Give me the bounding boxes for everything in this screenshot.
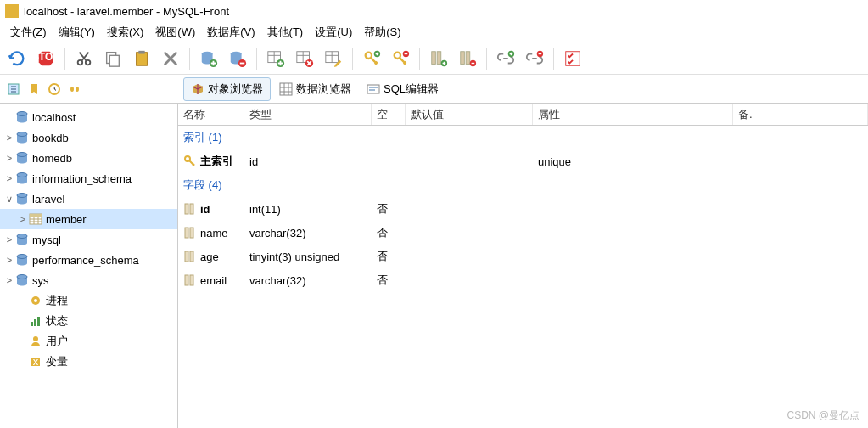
footprint-icon[interactable] [66, 81, 83, 98]
header-type[interactable]: 类型 [244, 104, 372, 125]
twister-icon[interactable]: > [3, 153, 15, 163]
header-name[interactable]: 名称 [178, 104, 244, 125]
field-row[interactable]: email varchar(32) 否 [178, 268, 868, 292]
menu-bar: 文件(Z) 编辑(Y) 搜索(X) 视图(W) 数据库(V) 其他(T) 设置(… [0, 22, 868, 42]
header-remark[interactable]: 备. [733, 104, 868, 125]
tree-node[interactable]: > bookdb [0, 127, 177, 148]
index-section[interactable]: 索引 (1) [178, 127, 227, 149]
twister-icon[interactable]: > [3, 275, 15, 285]
table-add-icon[interactable] [264, 47, 288, 70]
grid-header: 名称 类型 空 默认值 属性 备. [178, 104, 868, 126]
twister-icon[interactable]: > [3, 173, 15, 183]
db-add-icon[interactable] [197, 47, 221, 70]
tree-node[interactable]: 状态 [0, 311, 177, 331]
grid-icon [279, 82, 293, 96]
database-tree[interactable]: localhost > bookdb > homedb > informatio… [0, 104, 178, 428]
bookmark-icon[interactable] [25, 81, 42, 98]
tree-node[interactable]: > homedb [0, 148, 177, 168]
node-label: 状态 [46, 313, 68, 329]
cut-icon[interactable] [72, 47, 96, 70]
header-attr[interactable]: 属性 [533, 104, 733, 125]
node-icon: x [29, 355, 42, 369]
tab-object-browser[interactable]: 对象浏览器 [183, 77, 271, 101]
tree-node[interactable]: ∨ laravel [0, 189, 177, 209]
header-default[interactable]: 默认值 [406, 104, 533, 125]
key-icon [183, 155, 197, 168]
tree-node[interactable]: 用户 [0, 331, 177, 352]
tree-toggle-icon[interactable] [5, 81, 22, 98]
twister-icon[interactable]: ∨ [3, 194, 15, 205]
svg-rect-47 [30, 214, 42, 217]
field-row[interactable]: name varchar(32) 否 [178, 221, 868, 245]
node-label: localhost [32, 111, 76, 124]
twister-icon[interactable]: > [17, 214, 29, 224]
svg-rect-63 [185, 204, 188, 214]
tree-node[interactable]: > member [0, 209, 177, 229]
tree-node[interactable]: > performance_schema [0, 250, 177, 270]
db-remove-icon[interactable] [226, 47, 249, 70]
tree-node[interactable]: localhost [0, 107, 177, 127]
menu-edit[interactable]: 编辑(Y) [53, 23, 100, 42]
menu-file[interactable]: 文件(Z) [5, 23, 52, 42]
key-add-icon[interactable] [360, 47, 384, 70]
clock-icon[interactable] [46, 81, 63, 98]
node-label: 进程 [46, 293, 68, 308]
svg-rect-69 [185, 275, 188, 285]
node-label: information_schema [32, 172, 132, 185]
window-title: localhost - laravel.member - MySQL-Front [24, 5, 229, 18]
tree-node[interactable]: x 变量 [0, 352, 177, 372]
link-remove-icon[interactable] [523, 47, 546, 70]
column-icon [183, 226, 197, 239]
tab-label: 数据浏览器 [296, 82, 351, 97]
node-icon [15, 233, 29, 246]
watermark: CSDN @曼亿点 [787, 408, 860, 423]
menu-settings[interactable]: 设置(U) [310, 23, 357, 42]
twister-icon[interactable]: > [3, 234, 15, 245]
menu-database[interactable]: 数据库(V) [202, 23, 260, 42]
tab-data-browser[interactable]: 数据浏览器 [272, 78, 358, 100]
svg-rect-29 [566, 51, 580, 65]
link-add-icon[interactable] [494, 47, 518, 70]
refresh-icon[interactable] [5, 47, 29, 70]
node-icon [15, 110, 29, 124]
checklist-icon[interactable] [561, 47, 585, 70]
tree-node[interactable]: > sys [0, 270, 177, 290]
index-row[interactable]: 主索引 id unique [178, 149, 868, 173]
key-remove-icon[interactable] [389, 47, 412, 70]
svg-rect-5 [109, 55, 119, 66]
menu-help[interactable]: 帮助(S) [359, 23, 406, 42]
stop-icon[interactable]: STOP [34, 47, 58, 70]
paste-icon[interactable] [130, 47, 154, 70]
tree-node[interactable]: 进程 [0, 290, 177, 311]
column-remove-icon[interactable] [456, 47, 479, 70]
table-remove-icon[interactable] [293, 47, 316, 70]
svg-rect-6 [137, 52, 148, 65]
twister-icon[interactable]: > [3, 132, 15, 143]
node-label: laravel [32, 193, 64, 206]
field-row[interactable]: id int(11) 否 [178, 197, 868, 221]
sql-icon [367, 82, 380, 96]
field-row[interactable]: age tinyint(3) unsigned 否 [178, 245, 868, 268]
menu-view[interactable]: 视图(W) [150, 23, 200, 42]
copy-icon[interactable] [101, 47, 125, 70]
svg-rect-35 [367, 85, 379, 93]
node-icon [15, 273, 29, 287]
svg-rect-66 [190, 228, 193, 238]
svg-point-17 [366, 52, 372, 58]
field-section[interactable]: 字段 (4) [178, 174, 227, 196]
tree-node[interactable]: > information_schema [0, 168, 177, 189]
tree-node[interactable]: > mysql [0, 229, 177, 250]
svg-rect-68 [190, 251, 193, 262]
node-icon [29, 314, 42, 328]
menu-other[interactable]: 其他(T) [262, 23, 309, 42]
twister-icon[interactable]: > [3, 255, 15, 265]
delete-icon[interactable] [159, 47, 182, 70]
secondary-toolbar: 对象浏览器 数据浏览器 SQL编辑器 [0, 75, 868, 104]
tab-sql-editor[interactable]: SQL编辑器 [360, 78, 445, 100]
svg-rect-70 [190, 275, 193, 285]
header-null[interactable]: 空 [372, 104, 406, 125]
column-add-icon[interactable] [427, 47, 451, 70]
svg-rect-34 [280, 83, 292, 95]
menu-search[interactable]: 搜索(X) [102, 23, 148, 42]
table-edit-icon[interactable] [322, 47, 345, 70]
